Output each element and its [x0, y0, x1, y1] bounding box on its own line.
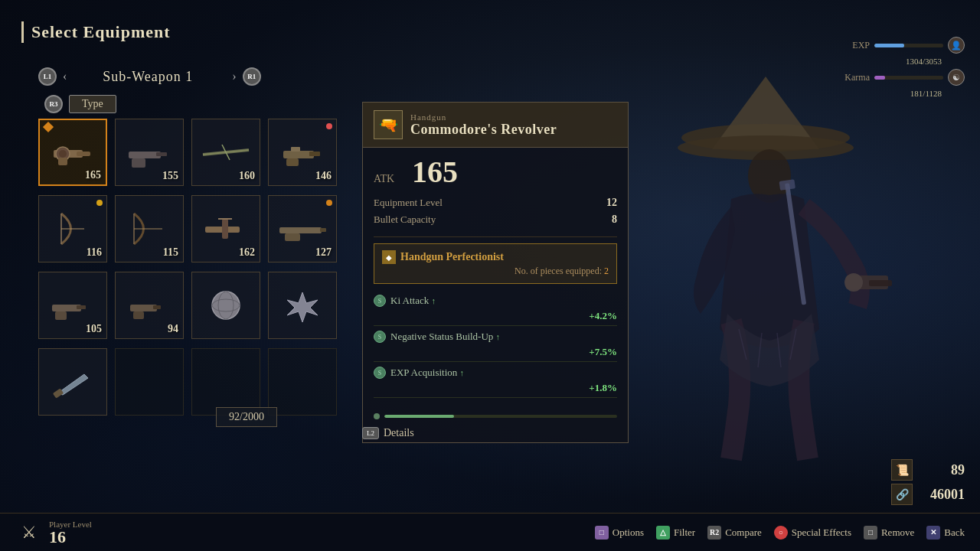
grid-slot-10[interactable] — [191, 272, 260, 339]
bonus-divider-0 — [374, 325, 617, 326]
action-btn-back[interactable]: ✕ Back — [926, 526, 965, 540]
bonus-value-0: +4.2% — [374, 310, 617, 322]
grid-slot-2[interactable]: 160 — [191, 119, 260, 186]
svg-rect-14 — [129, 152, 161, 158]
type-filter: R3 Type — [44, 95, 116, 113]
exp-value: 1304/3053 — [906, 57, 965, 66]
svg-rect-38 — [133, 311, 144, 319]
grid-slot-15[interactable] — [268, 348, 337, 416]
stats-divider — [374, 236, 617, 237]
karma-row: Karma ☯ — [844, 69, 965, 86]
r3-button[interactable]: R3 — [44, 95, 63, 113]
stat-value-1: 8 — [612, 214, 617, 226]
grid-slot-6[interactable]: 162 — [191, 195, 260, 262]
r1-button[interactable]: R1 — [243, 67, 261, 86]
next-subweapon-button[interactable]: › — [232, 70, 236, 83]
type-filter-label[interactable]: Type — [69, 95, 116, 113]
top-right-stats: EXP 👤 1304/3053 Karma ☯ 181/1128 — [844, 37, 965, 98]
bonus-group-2: S EXP Acquisition ↑ +1.8% — [374, 364, 617, 398]
svg-rect-37 — [130, 305, 157, 311]
set-name: Handgun Perfectionist — [400, 251, 504, 263]
weapon-type-label: Handgun — [410, 112, 617, 122]
karma-value: 181/1128 — [910, 89, 965, 98]
svg-rect-31 — [279, 227, 322, 233]
bottom-right-counts: 📜 89 🔗 46001 — [891, 459, 965, 505]
weapon-type-icon: 🔫 — [374, 110, 403, 139]
detail-panel: 🔫 Handgun Commodore's Revolver ATK 165 E… — [362, 102, 629, 443]
exp-bar — [874, 44, 943, 47]
set-bonus-header: ◆ Handgun Perfectionist — [382, 250, 609, 264]
karma-label: Karma — [844, 72, 870, 83]
bonus-group-1: S Negative Status Build-Up ↑ +7.5% — [374, 328, 617, 362]
slot-dot-4 — [96, 200, 103, 206]
bonus-icon-1: S — [374, 331, 386, 343]
set-icon: ◆ — [382, 250, 396, 264]
action-label-3: Special Effects — [792, 527, 851, 539]
slot-value-2: 160 — [239, 170, 255, 182]
svg-marker-43 — [287, 292, 318, 322]
karma-bar — [874, 76, 943, 80]
bonus-value-2: +1.8% — [374, 382, 617, 394]
grid-slot-0[interactable]: 165 — [38, 119, 107, 186]
grid-slot-13[interactable] — [115, 348, 184, 416]
prev-subweapon-button[interactable]: ‹ — [63, 70, 67, 83]
grid-slot-4[interactable]: 116 — [38, 195, 107, 262]
grid-slot-8[interactable]: 105 — [38, 272, 107, 339]
grid-slot-7[interactable]: 127 — [268, 195, 337, 262]
player-icon: ⚔ — [15, 519, 43, 546]
grid-slot-12[interactable] — [38, 348, 107, 416]
svg-rect-12 — [77, 152, 90, 156]
weapon-slot-icon-10 — [192, 272, 260, 338]
grid-slot-3[interactable]: 146 — [268, 119, 337, 186]
atk-label: ATK — [374, 173, 412, 185]
action-btn-special-effects[interactable]: ○ Special Effects — [774, 526, 851, 540]
bonus-stat-0: S Ki Attack ↑ — [374, 292, 617, 310]
slot-value-4: 116 — [87, 246, 102, 259]
action-btn-filter[interactable]: △ Filter — [656, 526, 695, 540]
detail-header: 🔫 Handgun Commodore's Revolver — [363, 103, 628, 148]
bonus-icon-2: S — [374, 367, 386, 379]
svg-rect-39 — [153, 305, 161, 309]
karma-bar-fill — [874, 76, 885, 80]
svg-rect-21 — [286, 158, 299, 166]
action-btn-remove[interactable]: □ Remove — [864, 526, 914, 540]
slot-dot-3 — [326, 123, 332, 129]
player-level-section: ⚔ Player Level 16 — [15, 519, 92, 546]
action-key-3: ○ — [774, 526, 788, 540]
svg-rect-16 — [156, 152, 167, 156]
action-btn-options[interactable]: □ Options — [595, 526, 644, 540]
player-level-value: 16 — [49, 529, 92, 546]
stat-label-1: Bullet Capacity — [374, 214, 436, 226]
detail-body: ATK 165 Equipment Level 12 Bullet Capaci… — [363, 148, 628, 409]
exp-row: EXP 👤 — [852, 37, 965, 54]
action-label-2: Compare — [725, 527, 762, 539]
details-button[interactable]: L2 Details — [362, 427, 414, 439]
scroll-icon: 📜 — [891, 459, 913, 481]
grid-slot-1[interactable]: 155 — [115, 119, 184, 186]
bonus-group-0: S Ki Attack ↑ +4.2% — [374, 292, 617, 326]
title-bar: Select Equipment — [21, 21, 171, 43]
grid-slot-11[interactable] — [268, 272, 337, 339]
progress-bar-fill — [384, 415, 454, 418]
grid-slot-5[interactable]: 115 — [115, 195, 184, 262]
atk-value: 165 — [412, 157, 458, 187]
slot-value-3: 146 — [315, 170, 332, 182]
grid-slot-9[interactable]: 94 — [115, 272, 184, 339]
l1-button[interactable]: L1 — [38, 67, 57, 86]
equipment-grid: 16515516014611611516212710594 — [38, 119, 341, 497]
svg-rect-35 — [55, 311, 67, 320]
bonus-label-1: Negative Status Build-Up ↑ — [390, 331, 617, 343]
weapon-name-label: Commodore's Revolver — [410, 122, 617, 138]
bonus-stat-1: S Negative Status Build-Up ↑ — [374, 328, 617, 346]
svg-rect-33 — [320, 228, 326, 232]
amrita-count: 46001 — [919, 487, 965, 503]
grid-slot-14[interactable] — [191, 348, 260, 416]
action-btn-compare[interactable]: R2 Compare — [707, 526, 762, 540]
page-title: Select Equipment — [31, 22, 171, 42]
slot-value-0: 165 — [85, 169, 101, 181]
svg-rect-13 — [58, 158, 67, 165]
svg-rect-22 — [309, 152, 320, 156]
player-level-info: Player Level 16 — [49, 520, 92, 546]
svg-rect-29 — [222, 219, 228, 239]
karma-icon: ☯ — [948, 69, 965, 86]
